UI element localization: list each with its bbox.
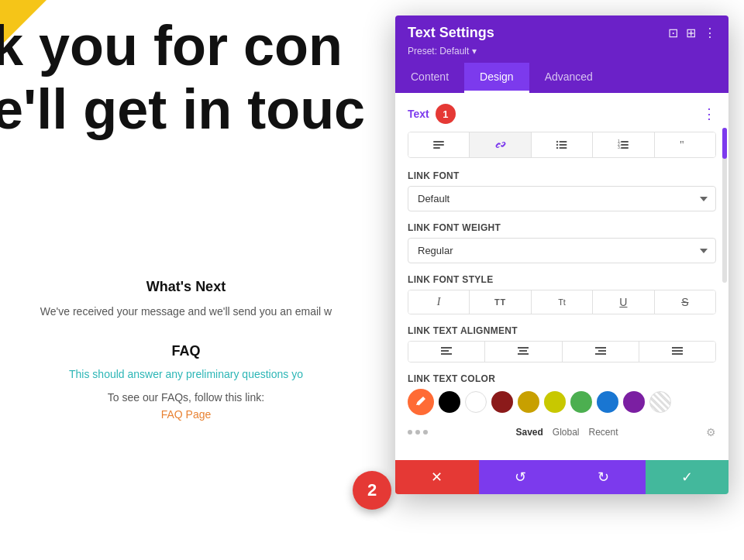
subtitle-text: We've received your message and we'll se… — [16, 303, 356, 320]
tab-design[interactable]: Design — [464, 63, 529, 93]
panel-scrollbar[interactable] — [722, 128, 727, 283]
panel-body: Text 1 ⋮ 1.2.3. " Link Font — [395, 93, 728, 460]
faq-page-link[interactable]: FAQ Page — [16, 408, 356, 421]
link-font-select[interactable]: Default Georgia Arial Verdana — [408, 186, 716, 211]
align-btn-left[interactable] — [408, 342, 485, 362]
color-swatch-row — [408, 389, 716, 415]
link-text-alignment-label: Link Text Alignment — [408, 325, 716, 336]
color-swatch-gold[interactable] — [518, 391, 539, 413]
format-btn-unordered-list[interactable] — [532, 132, 593, 157]
svg-rect-12 — [621, 144, 629, 146]
color-swatch-yellow[interactable] — [544, 391, 566, 413]
redo-button[interactable]: ↻ — [562, 460, 646, 494]
format-toolbar: 1.2.3. " — [408, 132, 716, 158]
color-footer: Saved Global Recent ⚙ — [408, 421, 716, 438]
format-btn-blockquote[interactable]: " — [655, 132, 715, 157]
link-text-alignment-group: Link Text Alignment — [408, 325, 716, 362]
panel-scrollbar-thumb — [722, 128, 727, 159]
style-toolbar: I TT Tt U S — [408, 290, 716, 314]
color-dot-1 — [408, 430, 412, 435]
svg-rect-30 — [672, 353, 683, 355]
color-swatch-black[interactable] — [439, 391, 460, 413]
faq-heading: FAQ — [16, 343, 356, 359]
style-btn-capitalize[interactable]: Tt — [532, 290, 593, 314]
panel-icon-expand[interactable]: ⊡ — [668, 26, 678, 40]
svg-text:3.: 3. — [618, 145, 621, 149]
floating-badge-2[interactable]: 2 — [353, 471, 391, 510]
link-font-style-group: Link Font Style I TT Tt U S — [408, 274, 716, 314]
faq-description: This should answer any preliminary quest… — [16, 366, 356, 383]
section-header: Text 1 ⋮ — [408, 104, 716, 124]
svg-text:": " — [680, 139, 684, 151]
svg-rect-10 — [621, 141, 629, 143]
svg-rect-18 — [441, 353, 452, 355]
style-btn-uppercase[interactable]: TT — [470, 290, 531, 314]
color-tab-recent[interactable]: Recent — [589, 427, 618, 438]
link-font-label: Link Font — [408, 170, 716, 181]
color-dot-2 — [415, 430, 420, 435]
panel-header: Text Settings ⊡ ⊞ ⋮ Preset: Default ▾ — [395, 15, 728, 63]
color-swatch-purple[interactable] — [623, 391, 645, 413]
panel-title: Text Settings — [408, 25, 494, 41]
link-text-color-group: Link Text Color — [408, 373, 716, 438]
color-swatch-green[interactable] — [570, 391, 592, 413]
color-swatch-white[interactable] — [465, 391, 487, 413]
color-tab-saved[interactable]: Saved — [515, 427, 542, 438]
style-btn-strikethrough[interactable]: S — [655, 290, 715, 314]
svg-rect-24 — [595, 347, 606, 349]
undo-button[interactable]: ↺ — [479, 460, 563, 494]
svg-rect-0 — [433, 141, 444, 143]
svg-rect-29 — [672, 350, 683, 352]
link-font-weight-label: Link Font Weight — [408, 222, 716, 233]
link-font-weight-select[interactable]: Regular Thin Light Medium Bold — [408, 238, 716, 263]
svg-rect-2 — [433, 147, 440, 149]
style-btn-italic[interactable]: I — [408, 290, 470, 314]
link-font-style-label: Link Font Style — [408, 274, 716, 285]
panel-footer: ✕ ↺ ↻ ✓ — [395, 460, 728, 494]
section-header-left: Text 1 — [408, 104, 456, 124]
color-swatch-blue[interactable] — [597, 391, 618, 413]
svg-rect-16 — [441, 347, 452, 349]
whats-next-heading: What's Next — [16, 279, 356, 295]
svg-rect-8 — [560, 147, 567, 149]
color-swatch-striped[interactable] — [649, 391, 671, 413]
align-btn-justify[interactable] — [639, 342, 715, 362]
svg-rect-28 — [672, 347, 683, 349]
link-font-weight-group: Link Font Weight Regular Thin Light Medi… — [408, 222, 716, 263]
hero-text-2: e'll get in touc — [0, 77, 365, 141]
color-swatch-dark-red[interactable] — [491, 391, 513, 413]
panel-icon-menu[interactable]: ⋮ — [704, 26, 716, 40]
format-btn-paragraph[interactable] — [408, 132, 470, 157]
svg-rect-4 — [560, 141, 567, 143]
style-btn-underline[interactable]: U — [593, 290, 654, 314]
text-settings-panel: Text Settings ⊡ ⊞ ⋮ Preset: Default ▾ Co… — [395, 15, 728, 494]
align-btn-right[interactable] — [563, 342, 639, 362]
svg-rect-22 — [518, 353, 529, 355]
svg-rect-20 — [518, 347, 529, 349]
tab-content[interactable]: Content — [395, 63, 464, 93]
svg-rect-17 — [441, 350, 449, 352]
save-button[interactable]: ✓ — [646, 460, 729, 494]
color-tab-global[interactable]: Global — [553, 427, 580, 438]
panel-icon-split[interactable]: ⊞ — [686, 26, 696, 40]
panel-tabs: Content Design Advanced — [395, 63, 728, 93]
svg-rect-14 — [621, 147, 629, 149]
tab-advanced[interactable]: Advanced — [529, 63, 608, 93]
svg-rect-6 — [560, 144, 567, 146]
align-btn-center[interactable] — [485, 342, 562, 362]
color-picker-button[interactable] — [408, 389, 434, 415]
color-dots — [408, 430, 428, 435]
faq-link-line: To see our FAQs, follow this link: — [16, 391, 356, 404]
cancel-button[interactable]: ✕ — [395, 460, 479, 494]
svg-rect-25 — [598, 350, 606, 352]
color-tabs: Saved Global Recent — [515, 427, 618, 438]
format-btn-ordered-list[interactable]: 1.2.3. — [593, 132, 654, 157]
format-btn-link[interactable] — [470, 132, 531, 157]
color-settings-icon[interactable]: ⚙ — [706, 426, 716, 438]
link-text-color-label: Link Text Color — [408, 373, 716, 384]
hero-text-1: k you for con — [0, 14, 343, 77]
section-menu-icon[interactable]: ⋮ — [702, 105, 716, 122]
svg-rect-1 — [433, 144, 444, 146]
color-dot-3 — [423, 430, 428, 435]
panel-preset[interactable]: Preset: Default ▾ — [408, 46, 716, 57]
